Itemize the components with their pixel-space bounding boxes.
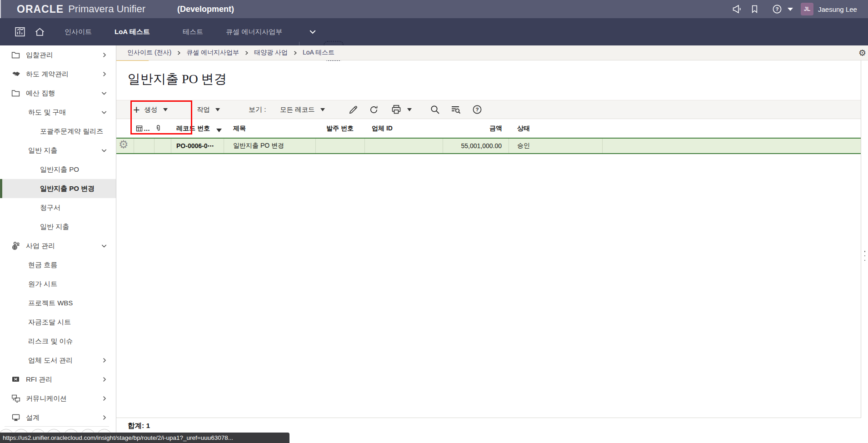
sidebar-item-subcontract-purchase[interactable]: 하도 및 구매	[0, 103, 116, 122]
tab-qcells-energy[interactable]: 큐셀 에너지사업부	[226, 18, 282, 45]
grid-header-attachments[interactable]	[155, 119, 171, 138]
help-button[interactable]: ?	[472, 100, 483, 119]
breadcrumb-item-insight[interactable]: 인사이트 (전사)	[127, 49, 171, 57]
sidebar-item-rfi-management[interactable]: RFI 관리	[0, 370, 116, 389]
pencil-icon	[348, 105, 359, 115]
megaphone-icon	[732, 4, 743, 15]
sidebar-item-general-spends-leaf[interactable]: 일반 지출	[0, 217, 116, 236]
breadcrumb-item-qcells[interactable]: 큐셀 에너지사업부	[186, 49, 239, 57]
home-icon	[34, 26, 45, 38]
caret-down-icon	[407, 108, 412, 111]
row-vendor-id	[365, 139, 443, 153]
calendar-icon	[135, 124, 143, 132]
oracle-logo: ORACLE Primavera Unifier	[17, 0, 145, 18]
svg-text:?: ?	[775, 6, 778, 12]
table-row[interactable]: PO-0006-0⋯ 일반지출 PO 변경 55,001,000.00 승인	[116, 138, 861, 154]
page-title: 일반지출 PO 변경	[128, 70, 227, 88]
announcements-button[interactable]	[732, 0, 743, 18]
breadcrumb-settings-button[interactable]: ⚙	[858, 45, 866, 60]
environment-label: (Development)	[177, 0, 234, 18]
sidebar-item-risks-issues[interactable]: 리스크 및 이슈	[0, 332, 116, 351]
chevron-right-icon	[101, 414, 108, 421]
home-tab-button[interactable]	[34, 18, 45, 45]
gear-icon: ⚙	[119, 138, 129, 150]
help-icon: ?	[772, 4, 783, 15]
breadcrumb: 인사이트 (전사) 큐셀 에너지사업부 태양광 사업 LoA 테스트 ⚙	[116, 45, 868, 60]
grid-header-calendar-menu[interactable]: …	[134, 119, 155, 138]
breadcrumb-item-solar[interactable]: 태양광 사업	[254, 49, 288, 57]
sidebar-item-project-wbs[interactable]: 프로젝트 WBS	[0, 294, 116, 313]
people-globe-icon	[10, 241, 22, 251]
sidebar-item-design[interactable]: 설계	[0, 408, 116, 427]
bookmarks-button[interactable]	[750, 0, 759, 18]
chevron-down-icon	[100, 109, 108, 116]
row-attachment-cell	[155, 139, 171, 153]
help-menu-button[interactable]: ?	[772, 0, 783, 18]
paperclip-icon	[155, 124, 162, 133]
caret-down-icon	[320, 108, 325, 111]
help-caret-button[interactable]	[788, 0, 793, 18]
filter-find-button[interactable]	[450, 100, 461, 119]
avatar[interactable]: JL	[801, 3, 813, 15]
chevron-right-icon	[101, 376, 108, 383]
sidebar-item-cost-sheet[interactable]: 원가 시트	[0, 274, 116, 294]
grid-header-vendor-id[interactable]: 업체 ID	[365, 119, 443, 138]
view-selector[interactable]: 모든 레코드	[280, 100, 325, 119]
panel-resize-handle[interactable]	[863, 251, 867, 261]
tab-loa-test[interactable]: LoA 테스트	[115, 18, 150, 45]
tab-insight[interactable]: 인사이트	[65, 18, 92, 45]
grid-header-record-no[interactable]: 레코드 번호	[171, 119, 224, 138]
monitor-icon	[10, 413, 21, 423]
grid-header-order-no[interactable]: 발주 번호	[316, 119, 365, 138]
sidebar-item-cash-flow[interactable]: 현금 흐름	[0, 255, 116, 274]
caret-down-icon	[788, 8, 793, 11]
app-header: ORACLE Primavera Unifier (Development) ?…	[0, 0, 868, 18]
edit-button[interactable]	[348, 100, 359, 119]
caret-down-icon	[163, 108, 168, 111]
sidebar-item-bid-management[interactable]: 입찰관리	[0, 45, 116, 65]
chevron-down-icon	[100, 90, 108, 97]
sidebar-item-blanket-po-release[interactable]: 포괄주문계약 릴리즈	[0, 122, 116, 141]
sidebar-item-funding-sheet[interactable]: 자금조달 시트	[0, 313, 116, 332]
chevron-down-icon	[100, 147, 108, 154]
grid-header-amount[interactable]: 금액	[443, 119, 509, 138]
chevron-down-icon	[309, 28, 317, 36]
svg-text:?: ?	[475, 107, 479, 112]
tab-test[interactable]: 테스트	[183, 18, 203, 45]
refresh-button[interactable]	[369, 100, 379, 119]
sidebar-item-general-spends[interactable]: 일반 지출	[0, 141, 116, 160]
row-record-no[interactable]: PO-0006-0⋯	[171, 139, 224, 153]
breadcrumb-item-loa-test[interactable]: LoA 테스트	[303, 49, 334, 57]
sidebar-item-vendor-document-management[interactable]: 업체 도서 관리	[0, 351, 116, 370]
plus-icon: +	[133, 104, 140, 115]
analytics-tab-button[interactable]	[14, 18, 26, 45]
sidebar-nav: 입찰관리 하도 계약관리 예산 집행 하도 및 구매 포괄주문계약 릴리즈 일반…	[0, 45, 116, 443]
print-button[interactable]	[391, 100, 412, 119]
sidebar-item-invoice[interactable]: 청구서	[0, 198, 116, 217]
sidebar-item-communication[interactable]: 커뮤니케이션	[0, 389, 116, 408]
sidebar-item-general-spends-po[interactable]: 일반지출 PO	[0, 160, 116, 179]
row-order-no	[316, 139, 365, 153]
sidebar-item-general-spends-po-change[interactable]: 일반지출 PO 변경	[0, 179, 116, 198]
chevron-right-icon	[101, 395, 108, 402]
bookmark-icon	[750, 4, 759, 14]
oracle-logo-text: ORACLE	[17, 3, 64, 15]
chevron-right-icon	[176, 50, 181, 55]
help-icon: ?	[472, 104, 483, 115]
grid-bottom-border	[116, 418, 861, 418]
caret-down-icon	[215, 108, 220, 111]
sidebar-bottom-divider	[5, 426, 109, 427]
actions-button[interactable]: 작업	[197, 100, 220, 119]
tab-list-button[interactable]	[309, 18, 317, 45]
ellipsis-label: …	[144, 125, 150, 132]
create-button[interactable]: + 생성	[133, 100, 168, 119]
search-button[interactable]	[429, 100, 440, 119]
sidebar-item-project-management[interactable]: 사업 관리	[0, 236, 116, 255]
sidebar-item-budget-execution[interactable]: 예산 집행	[0, 84, 116, 103]
row-gear-menu-button[interactable]: ⚙	[119, 139, 129, 150]
total-count: 합계: 1	[128, 421, 150, 431]
sidebar-item-subcontract-management[interactable]: 하도 계약관리	[0, 65, 116, 84]
content-right-border	[861, 60, 861, 418]
grid-header-title[interactable]: 제목	[224, 119, 316, 138]
grid-header-status[interactable]: 상태	[509, 119, 603, 138]
